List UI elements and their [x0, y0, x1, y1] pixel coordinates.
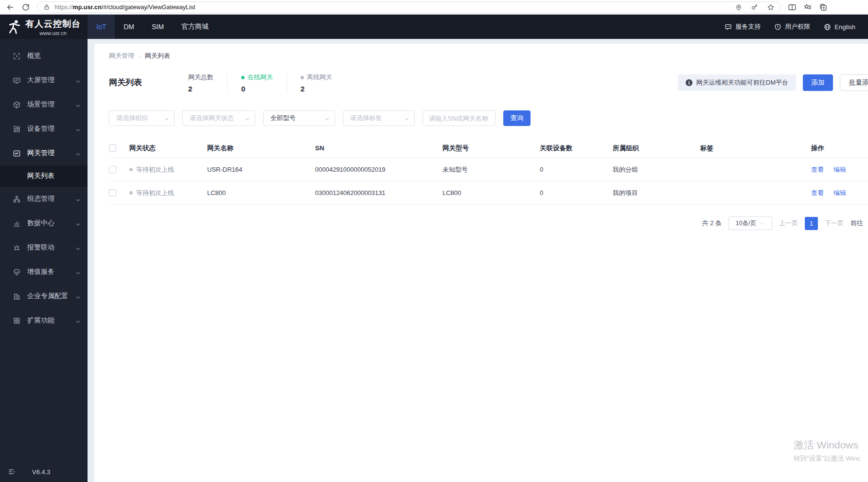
chevron-down-icon: [75, 102, 81, 107]
next-page-button[interactable]: 下一页: [825, 219, 844, 228]
tab-official-store[interactable]: 官方商城: [173, 15, 217, 39]
chevron-down-icon: [75, 221, 81, 226]
service-support-link[interactable]: 服务支持: [725, 22, 761, 31]
filter-row: 请选择组织 请选择网关状态 全部型号 请选择标签 查询: [109, 110, 868, 126]
sidebar-subitem-gateway-list[interactable]: 网关列表: [0, 165, 88, 187]
sn-search-input[interactable]: [423, 110, 496, 126]
gateway-org: 我的分组: [613, 165, 700, 174]
gateway-sn: 00004291000000052019: [315, 166, 443, 173]
col-header-actions: 操作: [811, 144, 868, 153]
address-bar[interactable]: https://mp.usr.cn/#/cloud/gateway/ViewGa…: [37, 1, 781, 13]
page-title: 网关列表: [109, 73, 142, 88]
favorites-bar-icon[interactable]: [803, 3, 812, 12]
col-header-devices: 关联设备数: [540, 144, 613, 153]
favorite-star-icon[interactable]: [767, 3, 775, 11]
sidebar-item-device-mgmt[interactable]: 设备管理: [0, 117, 88, 141]
user-permissions-link[interactable]: 用户权限: [774, 22, 810, 31]
password-key-icon[interactable]: [751, 3, 759, 11]
total-count: 共 2 条: [702, 219, 722, 228]
chevron-down-icon: [760, 221, 765, 226]
back-icon[interactable]: [6, 3, 15, 12]
breadcrumb-current: 网关列表: [145, 52, 170, 60]
organization-select[interactable]: 请选择组织: [109, 110, 175, 126]
tab-iot[interactable]: IoT: [88, 15, 115, 39]
sidebar: 概览 大屏管理 场景管理 设备管理 网关管理 网关列表 组态管理: [0, 39, 88, 482]
globe-icon: [824, 23, 831, 31]
chevron-down-icon: [75, 126, 81, 132]
sidebar-item-gateway-mgmt[interactable]: 网关管理: [0, 141, 88, 165]
logo: 有人云控制台 www.usr.cn: [0, 15, 88, 39]
page-number-button[interactable]: 1: [805, 217, 818, 230]
gateway-name: LC800: [207, 189, 315, 196]
gateway-org: 我的项目: [613, 189, 700, 197]
sidebar-item-overview[interactable]: 概览: [0, 44, 88, 68]
refresh-icon[interactable]: [21, 3, 30, 12]
sidebar-item-label: 大屏管理: [27, 76, 54, 85]
col-header-model: 网关型号: [443, 144, 540, 153]
navbar-right: 服务支持 用户权限 English: [725, 15, 868, 39]
building-icon: [13, 292, 21, 301]
sidebar-item-scene-mgmt[interactable]: 场景管理: [0, 92, 88, 117]
breadcrumb-parent[interactable]: 网关管理: [109, 52, 134, 60]
gateway-status: 等待初次上线: [136, 189, 174, 197]
edit-link[interactable]: 编辑: [833, 165, 846, 174]
sidebar-item-value-added[interactable]: 增值服务: [0, 260, 88, 284]
badge-icon: [13, 268, 21, 276]
sidebar-item-label: 扩展功能: [27, 316, 54, 325]
split-screen-icon[interactable]: [788, 3, 797, 12]
sidebar-item-screen-mgmt[interactable]: 大屏管理: [0, 68, 88, 92]
search-button[interactable]: 查询: [503, 110, 531, 126]
usr-logo-icon: [7, 19, 21, 35]
title-row: 网关列表 网关总数 2 在线网关 0 离线网关 2 i 网关运维相关功能: [109, 73, 868, 93]
edit-link[interactable]: 编辑: [833, 189, 846, 197]
devices-grid-icon: [13, 125, 21, 133]
online-dot-icon: [241, 76, 245, 79]
location-icon[interactable]: [735, 3, 743, 11]
tab-sim[interactable]: SIM: [143, 15, 173, 39]
gateway-model: 未知型号: [443, 165, 540, 174]
chevron-down-icon: [324, 116, 330, 121]
prev-page-button[interactable]: 上一页: [779, 219, 798, 228]
gateway-stats: 网关总数 2 在线网关 0 离线网关 2: [188, 73, 346, 93]
view-link[interactable]: 查看: [811, 165, 824, 174]
chevron-up-icon: [75, 151, 81, 156]
stat-offline: 离线网关 2: [286, 73, 346, 93]
row-checkbox[interactable]: [109, 166, 116, 173]
bar-chart-icon: [13, 219, 21, 228]
gateway-sn: 03000124062000003131: [315, 189, 443, 196]
col-header-tags: 标签: [700, 144, 811, 153]
row-checkbox[interactable]: [109, 189, 116, 196]
table-header-row: 网关状态 网关名称 SN 网关型号 关联设备数 所属组织 标签 操作: [109, 139, 868, 158]
collapse-sidebar-icon[interactable]: [8, 468, 16, 476]
sidebar-item-extensions[interactable]: 扩展功能: [0, 308, 88, 333]
chevron-down-icon: [75, 78, 81, 83]
alarm-siren-icon: [13, 244, 21, 252]
gateway-status-select[interactable]: 请选择网关状态: [182, 110, 255, 126]
sidebar-item-alarm-linkage[interactable]: 报警联动: [0, 235, 88, 260]
tag-select[interactable]: 请选择标签: [343, 110, 415, 126]
tab-dm[interactable]: DM: [115, 15, 143, 39]
view-link[interactable]: 查看: [811, 189, 824, 197]
stat-online: 在线网关 0: [227, 73, 286, 93]
sidebar-item-enterprise-config[interactable]: 企业专属配置: [0, 284, 88, 308]
batch-add-button[interactable]: 批量添加: [840, 74, 868, 91]
sidebar-item-data-center[interactable]: 数据中心: [0, 211, 88, 235]
page-size-select[interactable]: 10条/页: [728, 216, 772, 230]
model-select[interactable]: 全部型号: [263, 110, 335, 126]
browser-chrome: https://mp.usr.cn/#/cloud/gateway/ViewGa…: [0, 0, 868, 15]
sidebar-item-label: 网关管理: [27, 149, 54, 158]
add-button[interactable]: 添加: [803, 74, 833, 91]
breadcrumb-separator-icon: ›: [139, 53, 141, 59]
sidebar-item-label: 数据中心: [27, 219, 54, 228]
collections-icon[interactable]: [819, 3, 828, 12]
cube-icon: [13, 101, 21, 109]
platform-tabs: IoT DM SIM 官方商城: [88, 15, 217, 39]
col-header-name: 网关名称: [207, 144, 315, 153]
table-row: 等待初次上线 LC800 03000124062000003131 LC800 …: [109, 181, 868, 205]
chat-icon: [725, 23, 732, 31]
language-switcher[interactable]: English: [824, 23, 855, 31]
sidebar-item-config-mgmt[interactable]: 组态管理: [0, 187, 88, 211]
select-all-checkbox[interactable]: [109, 144, 116, 152]
chevron-down-icon: [404, 116, 409, 121]
stat-total: 网关总数 2: [188, 73, 227, 93]
